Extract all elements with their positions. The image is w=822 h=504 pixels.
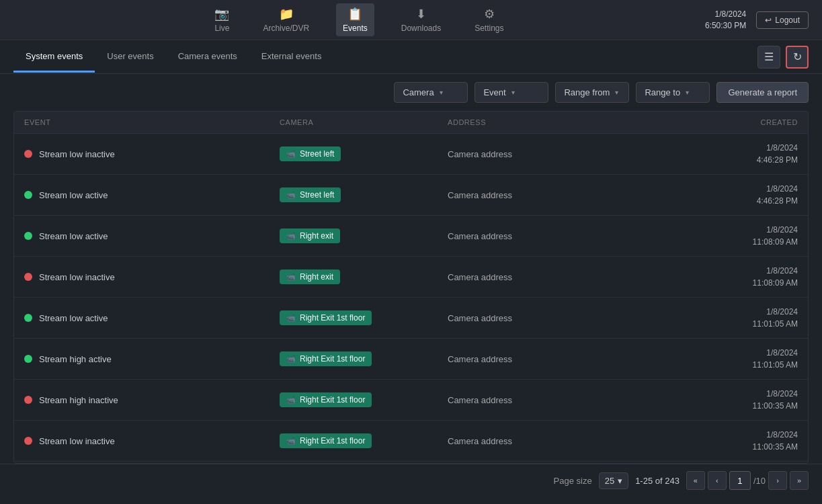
col-address: ADDRESS <box>448 118 629 126</box>
camera-badge: 📹 Street left <box>280 187 341 202</box>
event-filter[interactable]: Event ▾ <box>475 82 548 103</box>
camera-icon: 📹 <box>286 191 296 200</box>
event-cell: Stream low inactive <box>24 436 280 446</box>
list-view-button[interactable]: ☰ <box>757 46 780 69</box>
page-range-text: 1-25 of 243 <box>635 476 680 486</box>
table-row: Stream high inactive 📹 Right Exit 1st fl… <box>14 380 808 421</box>
camera-icon: 📹 <box>286 273 296 282</box>
camera-name: Right Exit 1st floor <box>300 313 365 323</box>
address-cell: Camera address <box>448 354 629 364</box>
current-date: 1/8/2024 <box>705 9 746 20</box>
camera-name: Street left <box>300 149 334 159</box>
created-time: 11:01:05 AM <box>629 318 798 330</box>
status-dot <box>24 355 32 363</box>
camera-icon: 📹 <box>286 437 296 446</box>
nav-label-live: Live <box>214 24 229 33</box>
current-page-input[interactable] <box>729 471 751 490</box>
nav-item-downloads[interactable]: ⬇ Downloads <box>395 3 448 36</box>
table-row: Stream low active 📹 Right exit Camera ad… <box>14 216 808 257</box>
table-row: Stream low inactive 📹 Street left Camera… <box>14 134 808 175</box>
status-dot <box>24 314 32 322</box>
page-size-label: Page size <box>554 476 592 486</box>
col-camera: CAMERA <box>280 118 448 126</box>
status-dot <box>24 232 32 240</box>
created-time: 11:00:35 AM <box>629 441 798 453</box>
camera-cell: 📹 Right Exit 1st floor <box>280 310 448 325</box>
filter-row: Camera ▾ Event ▾ Range from ▾ Range to ▾… <box>0 74 822 111</box>
range-from-label: Range from <box>564 87 610 97</box>
first-page-button[interactable]: « <box>686 471 705 490</box>
range-from-filter[interactable]: Range from ▾ <box>555 82 629 103</box>
archive-icon: 📁 <box>279 7 294 22</box>
prev-page-button[interactable]: ‹ <box>708 471 727 490</box>
events-icon: 📋 <box>347 7 362 22</box>
last-page-button[interactable]: » <box>790 471 809 490</box>
next-page-button[interactable]: › <box>768 471 787 490</box>
table-header: EVENT CAMERA ADDRESS CREATED <box>14 112 808 134</box>
address-cell: Camera address <box>448 313 629 323</box>
generate-report-button[interactable]: Generate a report <box>716 82 809 103</box>
camera-name: Right Exit 1st floor <box>300 354 365 364</box>
page-size-chevron-icon: ▾ <box>618 476 622 486</box>
refresh-icon: ↻ <box>793 50 802 63</box>
camera-badge: 📹 Right exit <box>280 269 340 284</box>
created-time: 4:46:28 PM <box>629 195 798 207</box>
tab-user-events[interactable]: User events <box>95 42 165 73</box>
created-date: 1/8/2024 <box>629 347 798 359</box>
settings-icon: ⚙ <box>484 7 495 22</box>
range-to-label: Range to <box>645 87 680 97</box>
status-dot <box>24 191 32 199</box>
table-row: Stream low inactive 📹 Right exit Camera … <box>14 257 808 298</box>
event-name: Stream low inactive <box>39 149 115 159</box>
tab-system-events[interactable]: System events <box>13 42 95 73</box>
created-time: 11:08:09 AM <box>629 277 798 289</box>
created-cell: 1/8/2024 11:08:09 AM <box>629 265 798 289</box>
page-size-select[interactable]: 25 ▾ <box>599 472 628 489</box>
refresh-button[interactable]: ↻ <box>786 46 809 69</box>
nav-label-downloads: Downloads <box>401 24 441 33</box>
camera-name: Right Exit 1st floor <box>300 436 365 446</box>
event-name: Stream low active <box>39 313 108 323</box>
top-right: 1/8/2024 6:50:30 PM ↩ Logout <box>705 9 809 32</box>
created-time: 11:00:35 AM <box>629 400 798 412</box>
created-time: 4:46:28 PM <box>629 154 798 166</box>
camera-cell: 📹 Right Exit 1st floor <box>280 392 448 407</box>
event-filter-label: Event <box>483 87 505 97</box>
logout-button[interactable]: ↩ Logout <box>756 11 809 29</box>
table-row: Stream high active 📹 Right Exit 1st floo… <box>14 339 808 380</box>
camera-icon: 📹 <box>286 232 296 241</box>
address-cell: Camera address <box>448 272 629 282</box>
range-to-filter[interactable]: Range to ▾ <box>636 82 710 103</box>
logout-icon: ↩ <box>765 15 772 25</box>
created-date: 1/8/2024 <box>629 429 798 441</box>
camera-cell: 📹 Right Exit 1st floor <box>280 433 448 448</box>
camera-badge: 📹 Right Exit 1st floor <box>280 433 372 448</box>
tab-actions: ☰ ↻ <box>757 46 809 69</box>
camera-icon: 📹 <box>286 355 296 364</box>
address-cell: Camera address <box>448 395 629 405</box>
live-icon: 📷 <box>214 7 229 22</box>
nav-items: 📷 Live 📁 Archive/DVR 📋 Events ⬇ Download… <box>13 3 705 36</box>
tab-camera-events[interactable]: Camera events <box>166 42 249 73</box>
nav-label-archive: Archive/DVR <box>263 24 309 33</box>
camera-badge: 📹 Right Exit 1st floor <box>280 310 372 325</box>
range-to-chevron-icon: ▾ <box>686 89 689 96</box>
tabs-container: System events User events Camera events … <box>13 42 333 73</box>
table-row: Stream low active 📹 Street left Camera a… <box>14 175 808 216</box>
event-cell: Stream low active <box>24 190 280 200</box>
nav-item-settings[interactable]: ⚙ Settings <box>468 3 510 36</box>
status-dot <box>24 437 32 445</box>
created-date: 1/8/2024 <box>629 265 798 277</box>
camera-badge: 📹 Street left <box>280 146 341 161</box>
camera-badge: 📹 Right Exit 1st floor <box>280 351 372 366</box>
nav-item-events[interactable]: 📋 Events <box>336 3 374 36</box>
event-name: Stream high inactive <box>39 395 118 405</box>
nav-item-live[interactable]: 📷 Live <box>208 3 236 36</box>
camera-filter-label: Camera <box>403 87 434 97</box>
table-row: Stream low active 📹 Right Exit 1st floor… <box>14 298 808 339</box>
tab-external-events[interactable]: External events <box>249 42 334 73</box>
nav-item-archive[interactable]: 📁 Archive/DVR <box>256 3 316 36</box>
camera-filter[interactable]: Camera ▾ <box>394 82 468 103</box>
pagination-row: Page size 25 ▾ 1-25 of 243 « ‹ /10 › » <box>0 464 822 497</box>
tabs-row: System events User events Camera events … <box>0 40 822 74</box>
